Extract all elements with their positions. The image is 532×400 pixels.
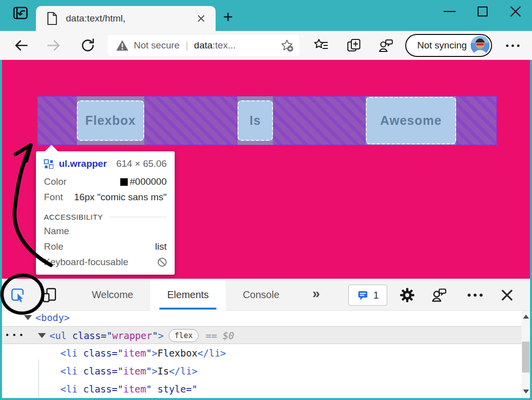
dom-tree-row[interactable]: <li class="item" style=" bbox=[2, 380, 530, 398]
dom-tree-row[interactable]: <li class="item">Is</li> bbox=[2, 362, 530, 380]
code-token: =" bbox=[186, 384, 198, 395]
row-menu-dots[interactable]: ••• bbox=[5, 327, 26, 345]
tooltip-property-value: 16px "comic sans ms" bbox=[74, 192, 167, 203]
devtools-tab-welcome[interactable]: Welcome bbox=[75, 279, 150, 311]
code-token: <li bbox=[60, 348, 83, 359]
tooltip-accessibility-value bbox=[158, 258, 167, 267]
code-token: item bbox=[123, 348, 146, 359]
page-file-icon bbox=[46, 11, 58, 25]
tooltip-accessibility-row: Rolelist bbox=[44, 241, 167, 252]
code-token: " bbox=[146, 348, 152, 359]
back-button[interactable] bbox=[13, 37, 29, 53]
title-bar: data:text/html, + bbox=[0, 0, 532, 31]
more-tabs-icon[interactable]: » bbox=[312, 286, 320, 302]
not-focusable-icon bbox=[158, 258, 167, 267]
flex-item-band: Awesome bbox=[366, 96, 456, 145]
code-token: =" bbox=[112, 384, 123, 395]
profile-button[interactable]: Not syncing bbox=[405, 34, 492, 57]
dom-tree-row[interactable]: <li class="item">Flexbox</li> bbox=[2, 344, 530, 362]
favorites-icon[interactable] bbox=[313, 38, 328, 53]
code-token: > bbox=[152, 366, 157, 377]
flex-item-band: Flexbox bbox=[77, 96, 144, 145]
device-toolbar-icon[interactable] bbox=[42, 287, 58, 303]
tooltip-accessibility-label: Name bbox=[44, 226, 69, 237]
code-token: class bbox=[83, 348, 112, 359]
code-token: class bbox=[83, 384, 112, 395]
scroll-down-icon[interactable] bbox=[523, 390, 529, 394]
refresh-button[interactable] bbox=[80, 37, 96, 53]
devtools-tab-elements[interactable]: Elements bbox=[150, 279, 226, 311]
collections-icon[interactable] bbox=[346, 38, 361, 53]
devtools-toolbar: WelcomeElementsConsole » 1 bbox=[2, 279, 530, 311]
tooltip-accessibility-row: Name bbox=[44, 226, 167, 237]
devtools-close-icon[interactable] bbox=[499, 287, 515, 303]
code-token: style bbox=[158, 384, 186, 395]
code-token: > bbox=[158, 330, 163, 341]
devtools-tabs: WelcomeElementsConsole bbox=[75, 279, 296, 311]
flex-item-label: Is bbox=[250, 113, 261, 128]
tooltip-accessibility-row: Keyboard-focusable bbox=[44, 257, 167, 268]
add-favorite-icon[interactable] bbox=[280, 39, 293, 52]
flex-item-band: Is bbox=[238, 96, 273, 145]
issues-button[interactable]: 1 bbox=[348, 285, 387, 306]
code-token: item bbox=[123, 366, 146, 377]
devtools-feedback-icon[interactable] bbox=[431, 287, 447, 303]
inspect-tooltip: ul.wrapper 614 × 65.06 Color#000000Font1… bbox=[36, 151, 175, 275]
settings-menu-icon[interactable] bbox=[503, 41, 522, 50]
devtools-tab-console[interactable]: Console bbox=[226, 279, 296, 311]
devtools-panel: WelcomeElementsConsole » 1 bbox=[2, 279, 530, 398]
expander-icon[interactable] bbox=[38, 333, 46, 338]
color-swatch bbox=[120, 178, 128, 186]
window-content: FlexboxIsAwesome ul.wrapper 614 × 65.06 … bbox=[0, 60, 532, 400]
address-bar[interactable]: Not secure | data :tex... bbox=[108, 35, 299, 56]
browser-window: data:text/html, + bbox=[0, 0, 532, 400]
flex-item: Is bbox=[238, 100, 273, 141]
tooltip-property-label: Font bbox=[44, 192, 63, 203]
code-token: " bbox=[146, 366, 152, 377]
expander-icon[interactable] bbox=[24, 315, 32, 320]
sync-status-label: Not syncing bbox=[417, 40, 467, 51]
url-scheme: data bbox=[194, 40, 213, 51]
code-token: =" bbox=[101, 330, 112, 341]
code-token: </li> bbox=[169, 366, 197, 377]
feedback-icon[interactable] bbox=[378, 38, 393, 53]
code-token: " bbox=[152, 330, 158, 341]
element-badge-icon bbox=[44, 159, 53, 169]
avatar bbox=[471, 36, 490, 55]
settings-gear-icon[interactable] bbox=[399, 287, 415, 303]
code-token: <ul bbox=[49, 330, 72, 341]
indent-guide bbox=[38, 360, 39, 398]
inspect-element-icon[interactable] bbox=[10, 287, 26, 303]
new-tab-button[interactable]: + bbox=[220, 9, 237, 26]
code-token: Flexbox bbox=[158, 348, 198, 359]
tooltip-property-label: Color bbox=[44, 176, 66, 187]
tab-actions-icon[interactable] bbox=[12, 4, 29, 21]
minimize-button[interactable] bbox=[433, 0, 466, 23]
browser-toolbar: Not secure | data :tex... Not syncing bbox=[0, 31, 532, 60]
code-token: item bbox=[123, 384, 146, 395]
code-token: wrapper bbox=[112, 330, 152, 341]
tooltip-dimensions: 614 × 65.06 bbox=[116, 158, 167, 169]
code-token: =" bbox=[112, 348, 123, 359]
close-button[interactable] bbox=[499, 0, 532, 23]
browser-tab[interactable]: data:text/html, bbox=[36, 6, 216, 31]
flex-item-label: Awesome bbox=[380, 113, 442, 128]
scroll-thumb[interactable] bbox=[522, 342, 530, 373]
dom-tree-row[interactable]: <body> bbox=[2, 311, 530, 326]
tooltip-property-row: Font16px "comic sans ms" bbox=[44, 192, 167, 203]
flex-badge[interactable]: flex bbox=[169, 329, 199, 342]
code-token: </li> bbox=[198, 348, 226, 359]
window-controls bbox=[433, 0, 532, 23]
scrollbar[interactable] bbox=[522, 311, 530, 398]
tab-close-icon[interactable] bbox=[196, 13, 207, 24]
code-token: " bbox=[146, 384, 158, 395]
devtools-more-icon[interactable] bbox=[462, 291, 488, 300]
forward-button[interactable] bbox=[46, 37, 62, 53]
web-page: FlexboxIsAwesome ul.wrapper 614 × 65.06 … bbox=[2, 60, 530, 279]
code-token: class bbox=[72, 330, 101, 341]
code-token: <li bbox=[60, 384, 83, 395]
dom-tree-row[interactable]: •••<ul class="wrapper">flex== $0 bbox=[2, 326, 530, 344]
scroll-up-icon[interactable] bbox=[523, 315, 529, 319]
issues-count: 1 bbox=[373, 290, 379, 301]
maximize-button[interactable] bbox=[466, 0, 499, 23]
